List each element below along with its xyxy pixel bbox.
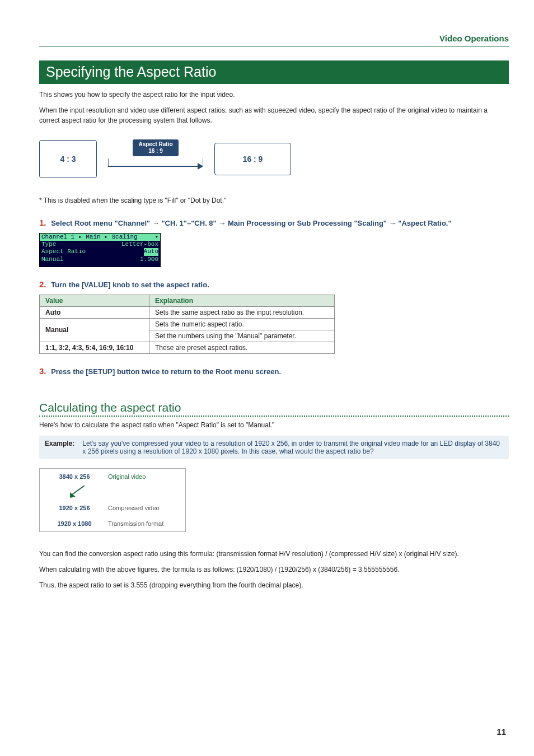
diag2-original-cap: Original video xyxy=(108,473,179,480)
menu-row-aspect-val: Auto xyxy=(144,248,158,255)
diagram-label-ratio: 16 : 9 xyxy=(148,148,163,154)
step-2-text: Turn the [VALUE] knob to set the aspect … xyxy=(51,281,209,289)
menu-row-aspect-key: Aspect Ratio xyxy=(41,248,86,255)
diagram-label: Aspect Ratio 16 : 9 xyxy=(133,139,178,156)
step-1: 1. Select Root menu "Channel" → "CH. 1"–… xyxy=(39,218,509,227)
cell-manual-desc-1: Sets the numeric aspect ratio. xyxy=(149,318,335,330)
page-title: Specifying the Aspect Ratio xyxy=(39,60,509,84)
aspect-ratio-diagram: 4 : 3 Aspect Ratio 16 : 9 16 : 9 xyxy=(39,139,509,179)
menu-row-manual-val: 1.000 xyxy=(140,256,158,263)
diagram-arrow-block: Aspect Ratio 16 : 9 xyxy=(108,139,203,179)
table-row: 1:1, 3:2, 4:3, 5:4, 16:9, 16:10 These ar… xyxy=(40,342,335,353)
step-3: 3. Press the [SETUP] button twice to ret… xyxy=(39,366,509,376)
step-2: 2. Turn the [VALUE] knob to set the aspe… xyxy=(39,279,509,289)
diagram-right-box: 16 : 9 xyxy=(214,143,291,175)
menu-breadcrumb: Channel 1 ▸ Main ▸ Scaling xyxy=(41,234,138,241)
intro-line-2: When the input resolution and video use … xyxy=(39,105,509,125)
example-text: Let's say you've compressed your video t… xyxy=(82,440,503,455)
diag2-row: 3840 x 256 Original video xyxy=(40,469,185,484)
step-1-seg4: "Aspect Ratio." xyxy=(398,219,451,227)
right-arrow-icon xyxy=(108,158,203,174)
diag2-compressed-cap: Compressed video xyxy=(108,505,179,511)
table-header: Value Explanation xyxy=(40,295,335,306)
sub-intro: Here's how to calculate the aspect ratio… xyxy=(39,420,509,430)
step-1-number: 1. xyxy=(39,218,46,227)
cell-presets-desc: These are preset aspect ratios. xyxy=(149,342,335,353)
sub-heading: Calculating the aspect ratio xyxy=(39,401,509,414)
step-3-number: 3. xyxy=(39,366,46,376)
diag2-transmission-cap: Transmission format xyxy=(108,520,179,527)
svg-marker-3 xyxy=(198,163,203,170)
svg-line-4 xyxy=(72,486,85,494)
resolution-diagram: 3840 x 256 Original video 1920 x 256 Com… xyxy=(39,468,186,532)
menu-row-type-key: Type xyxy=(41,241,56,248)
page-number: 11 xyxy=(496,727,506,736)
col-explanation: Explanation xyxy=(149,295,335,306)
step-3-text: Press the [SETUP] button twice to return… xyxy=(51,367,281,376)
table-row: Auto Sets the same aspect ratio as the i… xyxy=(40,306,335,318)
arrow-icon: → xyxy=(152,219,162,227)
value-table: Value Explanation Auto Sets the same asp… xyxy=(39,295,335,354)
intro-line-1: This shows you how to specify the aspect… xyxy=(39,90,509,100)
calc-line-1: You can find the conversion aspect ratio… xyxy=(39,549,509,559)
menu-screenshot: Channel 1 ▸ Main ▸ Scaling▾ TypeLetter-b… xyxy=(39,233,161,267)
step-1-seg1: Select Root menu "Channel" xyxy=(51,219,150,227)
diag2-row: 1920 x 256 Compressed video xyxy=(40,500,185,516)
example-label: Example: xyxy=(45,440,74,455)
col-value: Value xyxy=(40,295,149,306)
document-page: Video Operations Specifying the Aspect R… xyxy=(0,0,534,756)
section-header: Video Operations xyxy=(39,34,509,43)
arrow-icon: → xyxy=(218,219,228,227)
diag2-compressed-res: 1920 x 256 xyxy=(46,505,102,511)
table-row: Manual Sets the numeric aspect ratio. xyxy=(40,318,335,330)
cell-auto-desc: Sets the same aspect ratio as the input … xyxy=(149,306,335,318)
diagram-label-title: Aspect Ratio xyxy=(138,141,172,147)
diag2-arrow xyxy=(40,484,185,500)
diag2-row: 1920 x 1080 Transmission format xyxy=(40,516,185,531)
diagram-left-box: 4 : 3 xyxy=(39,140,97,178)
calc-line-3: Thus, the aspect ratio to set is 3.555 (… xyxy=(39,580,509,590)
disabled-note: * This is disabled when the scaling type… xyxy=(39,195,509,206)
step-1-seg2: "CH. 1"–"CH. 8" xyxy=(161,219,216,227)
step-1-seg3: Main Processing or Sub Processing "Scali… xyxy=(228,219,387,227)
example-box: Example: Let's say you've compressed you… xyxy=(39,436,509,459)
cell-manual-desc-2: Set the numbers using the "Manual" param… xyxy=(149,330,335,342)
cell-auto: Auto xyxy=(40,306,149,318)
down-arrow-icon xyxy=(68,486,90,498)
step-2-number: 2. xyxy=(39,279,46,289)
menu-row-type-val: Letter-box xyxy=(121,241,158,248)
calc-line-2: When calculating with the above figures,… xyxy=(39,564,509,575)
cell-presets: 1:1, 3:2, 4:3, 5:4, 16:9, 16:10 xyxy=(40,342,149,353)
dotted-rule xyxy=(39,416,509,417)
scroll-indicator-icon: ▾ xyxy=(154,234,158,241)
diag2-original-res: 3840 x 256 xyxy=(46,473,102,480)
cell-manual: Manual xyxy=(40,318,149,342)
header-rule xyxy=(39,46,509,46)
menu-row-manual-key: Manual xyxy=(41,256,64,263)
diag2-transmission-res: 1920 x 1080 xyxy=(46,520,102,527)
arrow-icon: → xyxy=(389,219,399,227)
